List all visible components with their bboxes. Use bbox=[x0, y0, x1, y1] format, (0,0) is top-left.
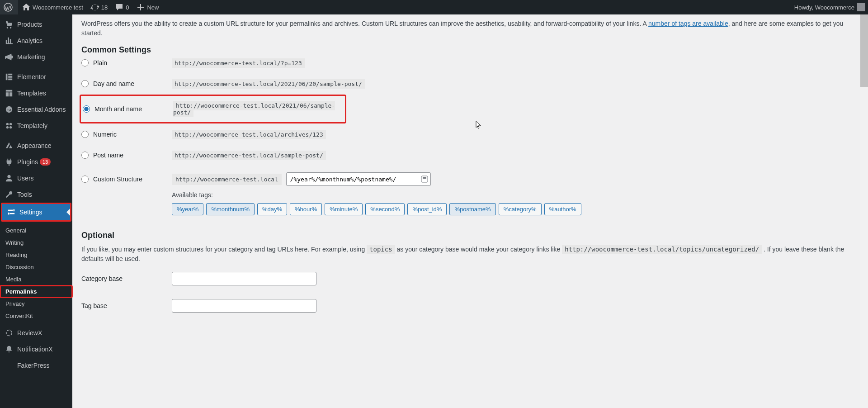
tag-monthnum[interactable]: %monthnum% bbox=[206, 203, 255, 215]
plugins-icon bbox=[5, 157, 14, 166]
permalink-month-radio[interactable] bbox=[83, 105, 90, 113]
tag-minute[interactable]: %minute% bbox=[325, 203, 363, 215]
menu-essential-addons[interactable]: EAEssential Addons bbox=[0, 101, 72, 118]
appearance-icon bbox=[5, 141, 14, 150]
templately-icon bbox=[5, 121, 14, 130]
menu-appearance[interactable]: Appearance bbox=[0, 138, 72, 154]
svg-rect-4 bbox=[8, 79, 12, 81]
svg-rect-1 bbox=[6, 74, 8, 80]
comments-link[interactable]: 0 bbox=[111, 0, 132, 14]
user-menu[interactable]: Howdy, Woocommerce bbox=[791, 0, 868, 14]
menu-users[interactable]: Users bbox=[0, 170, 72, 186]
admin-toolbar: Woocommerce test 18 0 New Howdy, Woocomm… bbox=[0, 0, 868, 14]
analytics-icon bbox=[5, 36, 14, 45]
permalink-postname-label[interactable]: Post name bbox=[81, 152, 172, 159]
marketing-icon bbox=[5, 52, 14, 62]
update-icon bbox=[90, 3, 99, 12]
svg-point-11 bbox=[7, 175, 10, 178]
svg-rect-3 bbox=[8, 76, 12, 78]
tag-hour[interactable]: %hour% bbox=[290, 203, 322, 215]
menu-templates[interactable]: Templates bbox=[0, 85, 72, 101]
submenu-writing[interactable]: Writing bbox=[0, 237, 72, 249]
products-icon bbox=[5, 20, 14, 29]
optional-heading: Optional bbox=[81, 231, 851, 240]
tags-link[interactable]: number of tags are available bbox=[648, 20, 728, 27]
svg-rect-15 bbox=[8, 213, 9, 215]
menu-reviewx[interactable]: ReviewX bbox=[0, 325, 72, 341]
scrollbar[interactable]: ▴ bbox=[860, 0, 868, 344]
tag-second[interactable]: %second% bbox=[365, 203, 405, 215]
submenu-general[interactable]: General bbox=[0, 224, 72, 237]
svg-rect-12 bbox=[8, 210, 13, 211]
svg-text:EA: EA bbox=[7, 108, 12, 112]
category-base-input[interactable] bbox=[172, 272, 316, 285]
content-area: WordPress offers you the ability to crea… bbox=[72, 14, 860, 344]
menu-settings-highlight: Settings bbox=[1, 203, 71, 222]
svg-point-9 bbox=[6, 126, 9, 128]
optional-text: If you like, you may enter custom struct… bbox=[81, 245, 851, 264]
tag-year[interactable]: %year% bbox=[172, 203, 203, 215]
permalink-custom-radio[interactable] bbox=[81, 176, 89, 183]
submenu-media[interactable]: Media bbox=[0, 273, 72, 285]
new-link[interactable]: New bbox=[132, 0, 162, 14]
common-settings-heading: Common Settings bbox=[81, 45, 851, 55]
menu-elementor[interactable]: Elementor bbox=[0, 69, 72, 85]
menu-marketing[interactable]: Marketing bbox=[0, 49, 72, 65]
permalink-plain-example: http://woocommerce-test.local/?p=123 bbox=[172, 58, 305, 68]
available-tags: %year%%monthnum%%day%%hour%%minute%%seco… bbox=[172, 203, 851, 215]
users-icon bbox=[5, 174, 14, 183]
custom-structure-input[interactable] bbox=[286, 172, 431, 186]
permalink-plain-radio[interactable] bbox=[81, 59, 89, 66]
admin-menu: Products Analytics Marketing Elementor T… bbox=[0, 14, 72, 344]
permalink-numeric-example: http://woocommerce-test.local/archives/1… bbox=[172, 130, 326, 139]
tag-postname[interactable]: %postname% bbox=[449, 203, 495, 215]
settings-submenu: General Writing Reading Discussion Media… bbox=[0, 222, 72, 325]
submenu-convertkit[interactable]: ConvertKit bbox=[0, 310, 72, 322]
svg-rect-13 bbox=[14, 209, 15, 212]
menu-settings[interactable]: Settings bbox=[2, 204, 70, 220]
menu-templately[interactable]: Templately bbox=[0, 118, 72, 134]
menu-analytics[interactable]: Analytics bbox=[0, 33, 72, 49]
wordpress-icon bbox=[4, 3, 13, 12]
permalink-day-radio[interactable] bbox=[81, 80, 89, 87]
permalink-postname-example: http://woocommerce-test.local/sample-pos… bbox=[172, 151, 326, 160]
available-tags-label: Available tags: bbox=[172, 191, 851, 199]
submenu-privacy[interactable]: Privacy bbox=[0, 298, 72, 310]
permalink-numeric-label[interactable]: Numeric bbox=[81, 131, 172, 138]
menu-plugins[interactable]: Plugins13 bbox=[0, 154, 72, 170]
essential-addons-icon: EA bbox=[5, 105, 14, 114]
menu-products[interactable]: Products bbox=[0, 16, 72, 33]
tag-category[interactable]: %category% bbox=[499, 203, 542, 215]
plugins-badge: 13 bbox=[40, 158, 51, 166]
tools-icon bbox=[5, 190, 14, 199]
submenu-permalinks[interactable]: Permalinks bbox=[0, 285, 72, 298]
permalink-month-highlight: Month and name http://woocommerce-test.l… bbox=[80, 95, 346, 123]
submenu-discussion[interactable]: Discussion bbox=[0, 261, 72, 273]
permalink-postname-radio[interactable] bbox=[81, 152, 89, 159]
menu-tools[interactable]: Tools bbox=[0, 186, 72, 203]
permalink-day-label[interactable]: Day and name bbox=[81, 80, 172, 87]
howdy-text: Howdy, Woocommerce bbox=[794, 4, 854, 11]
permalink-month-example: http://woocommerce-test.local/2021/06/sa… bbox=[173, 101, 335, 117]
updates-link[interactable]: 18 bbox=[87, 0, 111, 14]
new-label: New bbox=[147, 4, 159, 11]
tag-author[interactable]: %author% bbox=[544, 203, 581, 215]
permalink-numeric-radio[interactable] bbox=[81, 131, 89, 138]
permalink-month-label[interactable]: Month and name bbox=[83, 105, 173, 113]
permalink-plain-label[interactable]: Plain bbox=[81, 59, 172, 66]
site-name-link[interactable]: Woocommerce test bbox=[18, 0, 87, 14]
custom-base-url: http://woocommerce-test.local bbox=[172, 174, 282, 185]
wp-logo-menu[interactable] bbox=[0, 0, 18, 14]
comments-count: 0 bbox=[126, 4, 129, 11]
submenu-reading[interactable]: Reading bbox=[0, 249, 72, 261]
updates-count: 18 bbox=[101, 4, 108, 11]
tag-post_id[interactable]: %post_id% bbox=[407, 203, 447, 215]
svg-point-16 bbox=[6, 330, 12, 336]
tag-day[interactable]: %day% bbox=[257, 203, 287, 215]
scroll-thumb[interactable] bbox=[860, 14, 868, 87]
save-autofill-icon[interactable] bbox=[421, 176, 428, 183]
menu-notificationx[interactable]: NotificationX bbox=[0, 341, 72, 344]
tag-base-input[interactable] bbox=[172, 299, 316, 313]
permalink-day-example: http://woocommerce-test.local/2021/06/20… bbox=[172, 79, 365, 89]
permalink-custom-label[interactable]: Custom Structure bbox=[81, 176, 172, 183]
